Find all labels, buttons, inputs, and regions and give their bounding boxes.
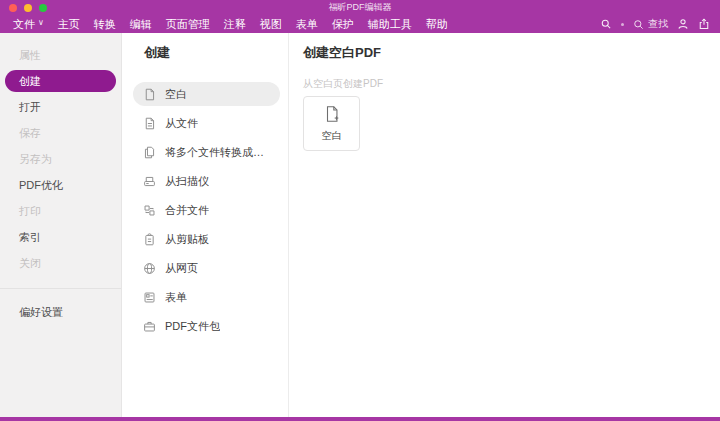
portfolio-icon <box>143 320 156 333</box>
web-page-icon <box>143 262 156 275</box>
sidebar-item-index[interactable]: 索引 <box>5 226 116 248</box>
titlebar: 福昕PDF编辑器 <box>0 0 720 15</box>
traffic-lights <box>9 4 47 12</box>
menu-view[interactable]: 视图 <box>253 15 289 33</box>
sidebar-item-close: 关闭 <box>5 252 116 274</box>
close-window-button[interactable] <box>9 4 17 12</box>
menu-help[interactable]: 帮助 <box>419 15 455 33</box>
scanner-icon <box>143 175 156 188</box>
sidebar-item-pdf-optimize[interactable]: PDF优化 <box>5 174 116 196</box>
create-item-from-scanner[interactable]: 从扫描仪 <box>133 169 280 193</box>
sidebar-item-create[interactable]: 创建 <box>5 70 116 92</box>
menu-page-management[interactable]: 页面管理 <box>159 15 217 33</box>
menu-edit[interactable]: 编辑 <box>123 15 159 33</box>
blank-page-icon <box>143 88 156 101</box>
window-title: 福昕PDF编辑器 <box>329 0 392 15</box>
detail-panel-title: 创建空白PDF <box>303 44 720 62</box>
app-window: 福昕PDF编辑器 文件 ∨ 主页 转换 编辑 页面管理 注释 视图 表单 保护 … <box>0 0 720 421</box>
from-file-icon <box>143 117 156 130</box>
minimize-window-button[interactable] <box>24 4 32 12</box>
account-icon[interactable] <box>677 18 689 30</box>
menu-home[interactable]: 主页 <box>51 15 87 33</box>
menubar: 文件 ∨ 主页 转换 编辑 页面管理 注释 视图 表单 保护 辅助工具 帮助 查… <box>0 15 720 33</box>
sidebar-item-save: 保存 <box>5 122 116 144</box>
file-backstage: 属性 创建 打开 保存 另存为 PDF优化 打印 索引 关闭 偏好设置 创建 空… <box>0 33 720 417</box>
menu-convert[interactable]: 转换 <box>87 15 123 33</box>
sidebar-item-preferences[interactable]: 偏好设置 <box>5 301 116 323</box>
create-blank-pdf-panel: 创建空白PDF 从空白页创建PDF 空白 <box>289 33 720 417</box>
menu-file[interactable]: 文件 ∨ <box>6 15 51 33</box>
create-item-from-web-page[interactable]: 从网页 <box>133 256 280 280</box>
create-item-convert-multiple[interactable]: 将多个文件转换成PDF <box>133 140 280 164</box>
detail-panel-subtitle: 从空白页创建PDF <box>303 77 720 91</box>
menubar-separator-dot <box>621 23 624 26</box>
blank-pdf-card[interactable]: 空白 <box>303 96 360 151</box>
menu-file-label: 文件 <box>13 15 35 33</box>
search-icon <box>633 19 644 30</box>
combine-files-icon <box>143 204 156 217</box>
create-item-from-clipboard[interactable]: 从剪贴板 <box>133 227 280 251</box>
create-item-from-file[interactable]: 从文件 <box>133 111 280 135</box>
menu-form[interactable]: 表单 <box>289 15 325 33</box>
file-menu-sidebar: 属性 创建 打开 保存 另存为 PDF优化 打印 索引 关闭 偏好设置 <box>0 33 122 417</box>
chevron-down-icon: ∨ <box>38 19 44 27</box>
create-item-blank[interactable]: 空白 <box>133 82 280 106</box>
find-icon[interactable] <box>600 18 612 30</box>
clipboard-icon <box>143 233 156 246</box>
create-options-panel: 创建 空白 从文件 将多个文件转换成PDF <box>122 33 289 417</box>
form-icon <box>143 291 156 304</box>
sidebar-item-properties: 属性 <box>5 44 116 66</box>
menu-comment[interactable]: 注释 <box>217 15 253 33</box>
create-item-pdf-portfolio[interactable]: PDF文件包 <box>133 314 280 338</box>
search-box[interactable]: 查找 <box>633 17 668 31</box>
share-icon[interactable] <box>698 18 710 30</box>
zoom-window-button[interactable] <box>39 4 47 12</box>
create-item-combine-files[interactable]: 合并文件 <box>133 198 280 222</box>
sidebar-item-open[interactable]: 打开 <box>5 96 116 118</box>
menu-accessibility[interactable]: 辅助工具 <box>361 15 419 33</box>
multi-file-icon <box>143 146 156 159</box>
search-label: 查找 <box>648 17 668 31</box>
sidebar-item-print: 打印 <box>5 200 116 222</box>
bottom-accent-strip <box>0 417 720 421</box>
sidebar-divider <box>0 288 121 289</box>
document-plus-icon <box>323 105 341 123</box>
menubar-right-tools: 查找 <box>600 17 710 31</box>
menu-protect[interactable]: 保护 <box>325 15 361 33</box>
create-item-form[interactable]: 表单 <box>133 285 280 309</box>
sidebar-item-save-as: 另存为 <box>5 148 116 170</box>
create-panel-title: 创建 <box>144 44 280 62</box>
blank-card-label: 空白 <box>322 129 342 143</box>
